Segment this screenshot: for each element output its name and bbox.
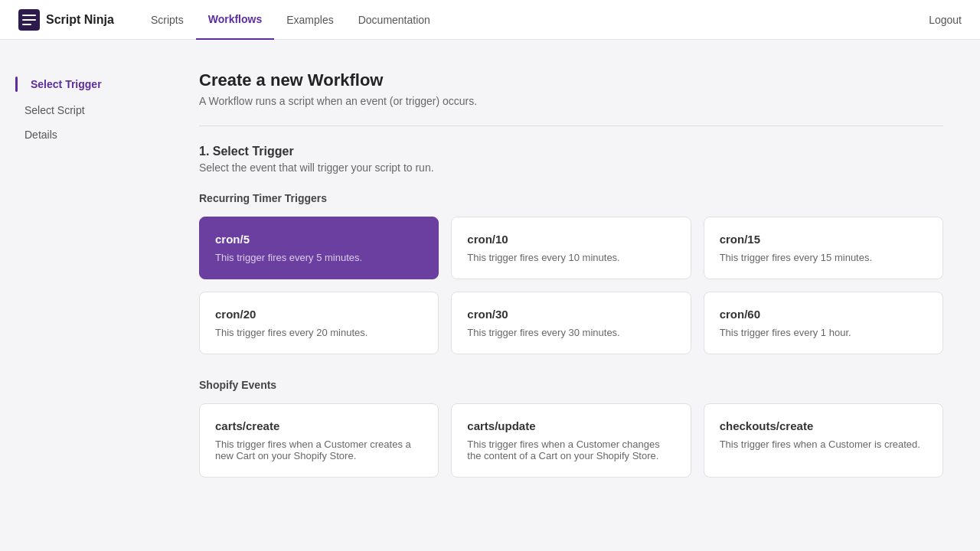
trigger-card-cron30[interactable]: cron/30 This trigger fires every 30 minu… <box>451 292 691 354</box>
brand-logo-icon <box>18 9 40 31</box>
trigger-card-cron10[interactable]: cron/10 This trigger fires every 10 minu… <box>451 217 691 279</box>
trigger-card-cron15[interactable]: cron/15 This trigger fires every 15 minu… <box>704 217 943 279</box>
trigger-card-cron5-title: cron/5 <box>215 233 423 246</box>
trigger-card-cron15-title: cron/15 <box>720 233 927 246</box>
section-subtitle: Select the event that will trigger your … <box>199 161 943 174</box>
sidebar-item-select-script[interactable]: Select Script <box>24 98 168 122</box>
brand[interactable]: Script Ninja <box>18 9 114 31</box>
page-header: Create a new Workflow A Workflow runs a … <box>199 70 943 107</box>
shopify-section-label: Shopify Events <box>199 379 943 391</box>
section-title: 1. Select Trigger <box>199 145 943 158</box>
sidebar-item-details[interactable]: Details <box>24 122 168 147</box>
trigger-card-carts-create[interactable]: carts/create This trigger fires when a C… <box>199 403 439 478</box>
navbar: Script Ninja Scripts Workflows Examples … <box>0 0 980 40</box>
recurring-cards-grid: cron/5 This trigger fires every 5 minute… <box>199 217 943 354</box>
nav-examples[interactable]: Examples <box>274 0 345 40</box>
trigger-card-cron5[interactable]: cron/5 This trigger fires every 5 minute… <box>199 217 439 279</box>
main-content: Create a new Workflow A Workflow runs a … <box>168 40 980 551</box>
page-subtitle: A Workflow runs a script when an event (… <box>199 95 943 107</box>
trigger-card-cron20[interactable]: cron/20 This trigger fires every 20 minu… <box>199 292 439 354</box>
trigger-card-carts-create-title: carts/create <box>215 419 423 432</box>
trigger-card-carts-update[interactable]: carts/update This trigger fires when a C… <box>451 403 691 478</box>
trigger-card-cron20-desc: This trigger fires every 20 minutes. <box>215 327 423 338</box>
trigger-card-cron5-desc: This trigger fires every 5 minutes. <box>215 252 423 263</box>
header-divider <box>199 126 943 126</box>
nav-scripts[interactable]: Scripts <box>139 0 196 40</box>
trigger-card-cron60[interactable]: cron/60 This trigger fires every 1 hour. <box>704 292 943 354</box>
trigger-card-cron10-desc: This trigger fires every 10 minutes. <box>467 252 675 263</box>
trigger-card-carts-create-desc: This trigger fires when a Customer creat… <box>215 439 423 461</box>
recurring-triggers-section: Recurring Timer Triggers cron/5 This tri… <box>199 192 943 354</box>
trigger-card-cron20-title: cron/20 <box>215 308 423 321</box>
sidebar-label-select-trigger: Select Trigger <box>31 78 102 90</box>
sidebar-item-select-trigger[interactable]: Select Trigger <box>24 70 168 98</box>
trigger-card-carts-update-desc: This trigger fires when a Customer chang… <box>467 439 675 461</box>
recurring-section-label: Recurring Timer Triggers <box>199 192 943 204</box>
main-layout: Select Trigger Select Script Details Cre… <box>0 40 980 551</box>
section-header: 1. Select Trigger Select the event that … <box>199 145 943 174</box>
trigger-card-carts-update-title: carts/update <box>467 419 675 432</box>
svg-rect-2 <box>22 19 36 21</box>
sidebar-label-details: Details <box>24 129 57 141</box>
nav-links: Scripts Workflows Examples Documentation <box>139 0 929 40</box>
trigger-card-cron60-desc: This trigger fires every 1 hour. <box>720 327 927 338</box>
trigger-card-cron30-desc: This trigger fires every 30 minutes. <box>467 327 675 338</box>
page-title: Create a new Workflow <box>199 70 943 90</box>
shopify-triggers-section: Shopify Events carts/create This trigger… <box>199 379 943 478</box>
nav-workflows[interactable]: Workflows <box>196 0 275 40</box>
trigger-card-checkouts-create-title: checkouts/create <box>720 419 927 432</box>
trigger-card-cron15-desc: This trigger fires every 15 minutes. <box>720 252 927 263</box>
svg-rect-1 <box>22 15 36 16</box>
nav-documentation[interactable]: Documentation <box>346 0 443 40</box>
trigger-card-cron30-title: cron/30 <box>467 308 675 321</box>
brand-name: Script Ninja <box>46 13 114 27</box>
trigger-card-checkouts-create[interactable]: checkouts/create This trigger fires when… <box>704 403 943 478</box>
trigger-card-cron60-title: cron/60 <box>720 308 927 321</box>
trigger-card-cron10-title: cron/10 <box>467 233 675 246</box>
shopify-cards-grid: carts/create This trigger fires when a C… <box>199 403 943 478</box>
trigger-card-checkouts-create-desc: This trigger fires when a Customer is cr… <box>720 439 927 450</box>
sidebar: Select Trigger Select Script Details <box>0 40 168 551</box>
svg-rect-3 <box>22 24 31 25</box>
logout-button[interactable]: Logout <box>929 14 962 26</box>
sidebar-label-select-script: Select Script <box>24 104 85 116</box>
